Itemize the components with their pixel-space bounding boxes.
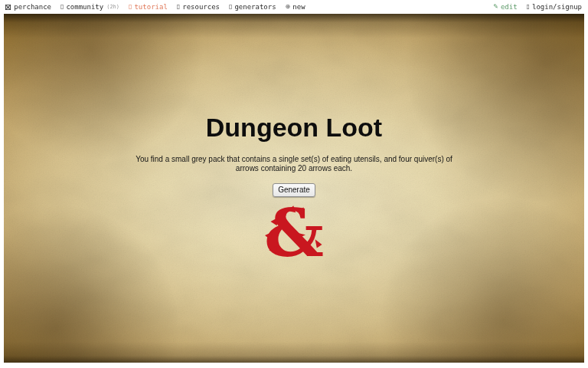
new-plus-icon: ⊕ (286, 4, 291, 10)
generator-result-text: You find a small grey pack that contains… (132, 155, 456, 173)
login-signup-label: login/signup (532, 3, 582, 11)
nav-item-community[interactable]: ▯ community (2h) (60, 3, 119, 11)
nav-item-tutorial[interactable]: ▯ tutorial (129, 3, 168, 11)
community-icon: ▯ (60, 4, 64, 10)
edit-label: edit (501, 3, 518, 11)
nav-item-generators[interactable]: ▯ generators (229, 3, 276, 11)
navbar-left-group: ⊠ perchance ▯ community (2h) ▯ tutorial … (5, 3, 315, 12)
perchance-logo-icon: ⊠ (5, 3, 11, 12)
pencil-edit-icon: ✎ (493, 4, 498, 10)
top-navbar: ⊠ perchance ▯ community (2h) ▯ tutorial … (0, 0, 588, 14)
navbar-right-group: ✎ edit ▯ login/signup (484, 3, 582, 11)
generator-content: Dungeon Loot You find a small grey pack … (4, 14, 584, 261)
nav-item-new[interactable]: ⊕ new (286, 3, 305, 11)
dnd-ampersand-icon: & (263, 205, 325, 261)
nav-resources-label: resources (182, 3, 220, 11)
resources-icon: ▯ (177, 4, 180, 10)
parchment-background: Dungeon Loot You find a small grey pack … (4, 14, 584, 363)
community-activity-badge: (2h) (106, 4, 119, 10)
generator-title: Dungeon Loot (4, 114, 584, 142)
tutorial-icon: ▯ (129, 4, 132, 10)
login-signup-link[interactable]: ▯ login/signup (527, 3, 582, 11)
nav-community-label: community (66, 3, 103, 11)
svg-text:&: & (264, 194, 324, 271)
generators-icon: ▯ (229, 4, 232, 10)
edit-link[interactable]: ✎ edit (493, 3, 517, 11)
brand-label: perchance (14, 3, 51, 11)
perchance-brand-link[interactable]: ⊠ perchance (5, 3, 51, 12)
nav-tutorial-label: tutorial (134, 3, 167, 11)
nav-item-resources[interactable]: ▯ resources (177, 3, 220, 11)
nav-new-label: new (292, 3, 305, 11)
dnd-ampersand-dragon-logo: & (4, 205, 584, 261)
nav-generators-label: generators (234, 3, 276, 11)
user-icon: ▯ (527, 4, 530, 10)
